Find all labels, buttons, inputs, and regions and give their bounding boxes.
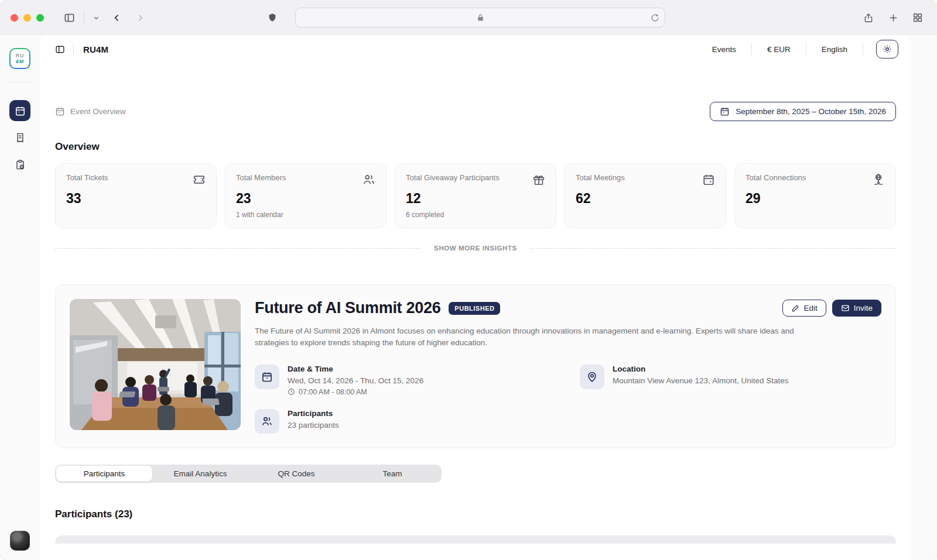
calendar-icon [15,105,26,116]
date-range-button[interactable]: September 8th, 2025 – October 15th, 2026 [710,102,896,121]
breadcrumb: Event Overview [55,106,126,116]
divider [55,248,421,249]
event-card: Future of AI Summit 2026 PUBLISHED Edit [55,284,896,448]
datetime-value: Wed, Oct 14, 2026 - Thu, Oct 15, 2026 [288,376,423,385]
stat-card-total-connections: Total Connections 29 [734,163,896,228]
users-icon [255,409,279,434]
location-label: Location [613,365,788,373]
divider [84,12,84,23]
edit-button[interactable]: Edit [782,300,826,317]
back-icon[interactable] [108,9,125,26]
stat-sub [746,211,885,219]
lock-icon [477,13,484,22]
sidebar-item-tasks[interactable] [9,154,30,175]
app-logo-text: RU4M [83,44,108,54]
sidebar-item-receipts[interactable] [9,127,30,148]
tab-email-analytics[interactable]: Email Analytics [152,466,248,482]
calendar-icon [702,173,715,186]
stat-card-total-meetings: Total Meetings 62 [565,163,726,228]
forward-icon[interactable] [131,9,149,26]
stat-label: Total Members [236,173,363,182]
address-bar[interactable] [295,8,665,28]
stat-card-total-giveaway-participants: Total Giveaway Participants 12 6 complet… [395,163,556,228]
stat-sub [576,211,715,219]
logo-line1: RU [16,53,25,59]
stat-value: 23 [236,191,375,207]
event-title: Future of AI Summit 2026 [255,299,440,317]
chevron-down-icon[interactable] [90,9,102,26]
invite-label: Invite [854,304,873,312]
nav-events[interactable]: Events [697,45,751,54]
theme-toggle-button[interactable] [876,40,898,59]
event-description: The Future of AI Summit 2026 in Almont f… [255,325,799,349]
participants-value: 23 participants [288,421,339,430]
edit-label: Edit [803,304,817,312]
time-value: 07:00 AM - 08:00 AM [299,388,367,396]
network-icon [872,173,885,186]
datetime-label: Date & Time [288,365,423,373]
browser-sidebar-icon[interactable] [60,9,78,26]
breadcrumb-label: Event Overview [70,107,126,116]
event-image [70,299,241,430]
minimize-window-button[interactable] [23,14,31,22]
location-value: Mountain View Avenue 123, Almont, United… [613,376,788,385]
gift-icon [532,173,545,186]
stats-row: Total Tickets 33 Total Members [55,163,896,228]
stat-value: 12 [406,191,545,207]
pencil-icon [791,304,799,312]
app-logo-badge[interactable]: RU 4M [9,48,30,69]
browser-toolbar [0,0,937,35]
users-icon [363,173,375,186]
divider [9,82,30,83]
participants-label: Participants [288,409,339,418]
map-pin-icon [580,365,604,389]
tab-overview-icon[interactable] [909,9,926,26]
stat-label: Total Meetings [576,173,702,182]
stat-sub: 1 with calendar [236,211,375,219]
stat-sub: 6 completed [406,211,545,219]
refresh-icon[interactable] [651,13,659,22]
app-main: RU4M Events € EUR English [40,35,911,560]
sidebar-item-events[interactable] [9,100,30,121]
receipt-icon [15,132,26,143]
traffic-lights [11,14,44,22]
shield-icon[interactable] [264,9,281,26]
tab-participants[interactable]: Participants [56,466,152,482]
collapse-sidebar-icon[interactable] [55,44,65,54]
zoom-window-button[interactable] [36,14,44,22]
close-window-button[interactable] [11,14,18,22]
detail-location: Location Mountain View Avenue 123, Almon… [580,365,881,396]
detail-participants: Participants 23 participants [255,409,556,434]
new-tab-icon[interactable] [884,9,902,26]
divider [73,44,74,54]
nav-language[interactable]: English [806,45,863,54]
user-avatar[interactable] [10,531,30,551]
tab-team[interactable]: Team [344,466,440,482]
browser-window: RU 4M [0,0,937,560]
divider [530,248,896,249]
show-more-insights-button[interactable]: SHOW MORE INSIGHTS [434,245,517,252]
tab-qr-codes[interactable]: QR Codes [248,466,344,482]
date-range-label: September 8th, 2025 – October 15th, 2026 [736,107,886,116]
clock-icon [288,388,295,396]
event-tabs: Participants Email Analytics QR Codes Te… [55,465,442,483]
calendar-icon [55,106,65,116]
page-content: Event Overview September 8th, 2025 – Oct… [40,63,911,560]
stat-label: Total Tickets [66,173,193,182]
app-sidebar: RU 4M [0,35,40,560]
stat-value: 29 [746,191,885,207]
stat-value: 62 [576,191,715,207]
sun-icon [883,44,892,54]
share-icon[interactable] [860,9,877,26]
stat-card-total-tickets: Total Tickets 33 [55,163,217,228]
stat-sub [66,211,206,219]
invite-button[interactable]: Invite [832,300,881,317]
nav-currency[interactable]: € EUR [752,45,806,54]
stat-label: Total Giveaway Participants [406,173,532,182]
divider [863,43,863,55]
detail-datetime: Date & Time Wed, Oct 14, 2026 - Thu, Oct… [255,365,556,396]
logo-line2-letter: M [19,59,25,64]
app-header: RU4M Events € EUR English [40,35,911,63]
clipboard-clock-icon [15,159,26,170]
participants-heading: Participants (23) [55,509,896,520]
